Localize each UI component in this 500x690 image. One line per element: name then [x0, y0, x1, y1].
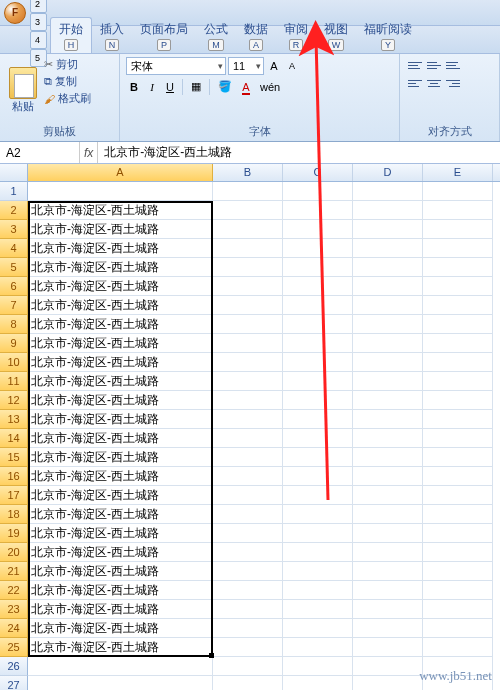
cell[interactable]: [423, 296, 493, 315]
cell[interactable]: [423, 562, 493, 581]
align-top-button[interactable]: [406, 57, 424, 73]
cell[interactable]: [353, 524, 423, 543]
cell[interactable]: 北京市-海淀区-西土城路: [28, 600, 213, 619]
copy-button[interactable]: ⧉复制: [44, 74, 91, 89]
cell[interactable]: [213, 353, 283, 372]
cell[interactable]: [353, 600, 423, 619]
cell[interactable]: [213, 505, 283, 524]
align-right-button[interactable]: [444, 75, 462, 91]
office-button[interactable]: F: [4, 2, 26, 24]
cell[interactable]: [353, 467, 423, 486]
cell[interactable]: [353, 676, 423, 690]
row-header[interactable]: 1: [0, 182, 28, 201]
cell[interactable]: [213, 543, 283, 562]
cell[interactable]: [353, 638, 423, 657]
row-header[interactable]: 25: [0, 638, 28, 657]
cell[interactable]: [353, 391, 423, 410]
cell[interactable]: [283, 296, 353, 315]
cell[interactable]: [423, 201, 493, 220]
cell[interactable]: [213, 429, 283, 448]
row-header[interactable]: 27: [0, 676, 28, 690]
cell[interactable]: [353, 220, 423, 239]
cell[interactable]: 北京市-海淀区-西土城路: [28, 448, 213, 467]
cell[interactable]: [213, 638, 283, 657]
row-header[interactable]: 19: [0, 524, 28, 543]
row-header[interactable]: 20: [0, 543, 28, 562]
cell[interactable]: [423, 524, 493, 543]
cell[interactable]: [283, 638, 353, 657]
row-header[interactable]: 6: [0, 277, 28, 296]
tab-m[interactable]: 公式M: [196, 18, 236, 53]
cell[interactable]: [213, 182, 283, 201]
row-header[interactable]: 5: [0, 258, 28, 277]
cell[interactable]: [423, 220, 493, 239]
cell[interactable]: [283, 391, 353, 410]
font-color-button[interactable]: A: [238, 79, 254, 95]
cell[interactable]: [213, 676, 283, 690]
shrink-font-button[interactable]: A: [284, 59, 300, 73]
cell[interactable]: [353, 353, 423, 372]
cell[interactable]: [213, 486, 283, 505]
column-header[interactable]: C: [283, 164, 353, 181]
cell[interactable]: 北京市-海淀区-西土城路: [28, 486, 213, 505]
cell[interactable]: 北京市-海淀区-西土城路: [28, 410, 213, 429]
cell[interactable]: [28, 676, 213, 690]
cell[interactable]: 北京市-海淀区-西土城路: [28, 277, 213, 296]
cell[interactable]: [353, 258, 423, 277]
cell[interactable]: [423, 638, 493, 657]
row-header[interactable]: 12: [0, 391, 28, 410]
phonetic-button[interactable]: wén: [256, 79, 284, 95]
cell[interactable]: [283, 277, 353, 296]
row-header[interactable]: 16: [0, 467, 28, 486]
cell[interactable]: [353, 201, 423, 220]
row-header[interactable]: 22: [0, 581, 28, 600]
italic-button[interactable]: I: [144, 79, 160, 95]
cell[interactable]: [213, 600, 283, 619]
cell[interactable]: [283, 581, 353, 600]
cell[interactable]: [423, 619, 493, 638]
cell[interactable]: [353, 239, 423, 258]
cell[interactable]: [283, 258, 353, 277]
format-painter-button[interactable]: 🖌格式刷: [44, 91, 91, 106]
cell[interactable]: [423, 334, 493, 353]
cell[interactable]: [213, 334, 283, 353]
name-box[interactable]: A2: [0, 142, 80, 163]
row-header[interactable]: 10: [0, 353, 28, 372]
cell[interactable]: [283, 524, 353, 543]
cell[interactable]: [213, 467, 283, 486]
tab-n[interactable]: 插入N: [92, 18, 132, 53]
cell[interactable]: [423, 581, 493, 600]
cell[interactable]: 北京市-海淀区-西土城路: [28, 220, 213, 239]
cell[interactable]: 北京市-海淀区-西土城路: [28, 315, 213, 334]
cell[interactable]: [213, 220, 283, 239]
formula-input[interactable]: 北京市-海淀区-西土城路: [98, 142, 500, 163]
grow-font-button[interactable]: A: [266, 58, 282, 74]
cell[interactable]: [213, 239, 283, 258]
row-header[interactable]: 3: [0, 220, 28, 239]
cell[interactable]: [283, 410, 353, 429]
border-button[interactable]: ▦: [187, 78, 205, 95]
align-bottom-button[interactable]: [444, 57, 462, 73]
cell[interactable]: [283, 372, 353, 391]
cell[interactable]: 北京市-海淀区-西土城路: [28, 391, 213, 410]
row-header[interactable]: 9: [0, 334, 28, 353]
tab-y[interactable]: 福昕阅读Y: [356, 18, 420, 53]
qat-item[interactable]: 4: [30, 31, 47, 49]
cell[interactable]: 北京市-海淀区-西土城路: [28, 543, 213, 562]
cell[interactable]: [213, 448, 283, 467]
cell[interactable]: 北京市-海淀区-西土城路: [28, 619, 213, 638]
cell[interactable]: [423, 182, 493, 201]
cell[interactable]: [283, 429, 353, 448]
cell[interactable]: [283, 201, 353, 220]
cell[interactable]: [353, 543, 423, 562]
cell[interactable]: [283, 315, 353, 334]
cell[interactable]: [283, 448, 353, 467]
cell[interactable]: [213, 315, 283, 334]
row-header[interactable]: 13: [0, 410, 28, 429]
font-size-select[interactable]: 11: [228, 57, 264, 75]
cell[interactable]: [283, 353, 353, 372]
row-header[interactable]: 21: [0, 562, 28, 581]
cell[interactable]: [283, 676, 353, 690]
cell[interactable]: [213, 277, 283, 296]
cell[interactable]: [423, 353, 493, 372]
